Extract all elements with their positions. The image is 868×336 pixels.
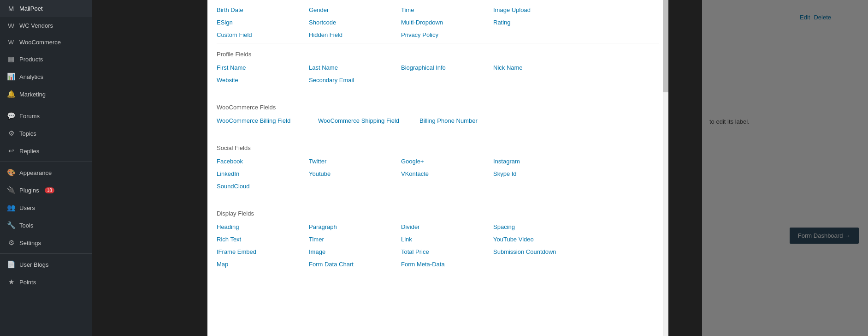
field-wc-shipping[interactable]: WooCommerce Shipping Field — [318, 115, 419, 126]
top-fields-row: Birth Date Gender Time Image Upload ESig… — [217, 0, 659, 43]
section-display: Display Fields Heading Paragraph Divider… — [217, 203, 659, 270]
field-paragraph[interactable]: Paragraph — [309, 222, 401, 232]
sidebar-divider-1 — [0, 105, 92, 105]
topics-icon: ⚙ — [6, 129, 16, 138]
sidebar-item-user-blogs[interactable]: 📄 User Blogs — [0, 256, 92, 273]
sidebar-item-topics[interactable]: ⚙ Topics — [0, 125, 92, 142]
sidebar-item-marketing[interactable]: 🔔 Marketing — [0, 85, 92, 103]
field-picker-modal: Birth Date Gender Time Image Upload ESig… — [207, 0, 668, 336]
appearance-icon: 🎨 — [6, 168, 16, 177]
products-icon: ▦ — [6, 55, 16, 63]
sidebar-divider-3 — [0, 253, 92, 254]
field-total-price[interactable]: Total Price — [401, 246, 493, 257]
sidebar-item-wc-vendors[interactable]: W WC Vendors — [0, 17, 92, 34]
field-vkontacte[interactable]: VKontacte — [401, 168, 493, 179]
sidebar-item-mailpoet[interactable]: M MailPoet — [0, 0, 92, 17]
section-label-profile: Profile Fields — [217, 43, 659, 58]
sidebar-item-replies[interactable]: ↩ Replies — [0, 142, 92, 160]
section-social: Social Fields Facebook Twitter Google+ I… — [217, 137, 659, 192]
field-submission-countdown[interactable]: Submission Countdown — [493, 246, 595, 257]
field-linkedin[interactable]: LinkedIn — [217, 168, 309, 179]
field-nick-name[interactable]: Nick Name — [493, 62, 585, 73]
tools-icon: 🔧 — [6, 221, 16, 229]
field-multi-dropdown[interactable]: Multi-Dropdown — [401, 17, 493, 28]
field-billing-phone[interactable]: Billing Phone Number — [419, 115, 512, 126]
woocommerce-fields-grid: WooCommerce Billing Field WooCommerce Sh… — [217, 115, 659, 126]
sidebar-item-appearance[interactable]: 🎨 Appearance — [0, 164, 92, 181]
field-heading[interactable]: Heading — [217, 222, 309, 232]
field-google-plus[interactable]: Google+ — [401, 156, 493, 167]
users-icon: 👥 — [6, 204, 16, 212]
field-time[interactable]: Time — [401, 5, 493, 15]
field-youtube-video[interactable]: YouTube Video — [493, 234, 585, 245]
field-iframe-embed[interactable]: IFrame Embed — [217, 246, 309, 257]
field-form-meta-data[interactable]: Form Meta-Data — [401, 259, 493, 270]
social-fields-grid: Facebook Twitter Google+ Instagram Linke… — [217, 156, 659, 192]
section-label-woocommerce: WooCommerce Fields — [217, 96, 659, 111]
field-secondary-email[interactable]: Secondary Email — [309, 75, 401, 85]
marketing-icon: 🔔 — [6, 90, 16, 98]
field-youtube[interactable]: Youtube — [309, 168, 401, 179]
field-rich-text[interactable]: Rich Text — [217, 234, 309, 245]
sidebar-item-products[interactable]: ▦ Products — [0, 50, 92, 68]
field-privacy-policy[interactable]: Privacy Policy — [401, 30, 493, 40]
field-image[interactable]: Image — [309, 246, 401, 257]
field-wc-billing[interactable]: WooCommerce Billing Field — [217, 115, 318, 126]
sidebar-item-settings[interactable]: ⚙ Settings — [0, 234, 92, 252]
field-last-name[interactable]: Last Name — [309, 62, 401, 73]
field-rating[interactable]: Rating — [493, 17, 585, 28]
field-shortcode[interactable]: Shortcode — [309, 17, 401, 28]
points-icon: ★ — [6, 278, 16, 286]
field-hidden-field[interactable]: Hidden Field — [309, 30, 401, 40]
sidebar-divider-2 — [0, 162, 92, 162]
field-form-data-chart[interactable]: Form Data Chart — [309, 259, 401, 270]
modal-scroll-area[interactable]: Birth Date Gender Time Image Upload ESig… — [207, 0, 668, 336]
sidebar-item-forums[interactable]: 💬 Forums — [0, 107, 92, 125]
display-fields-grid: Heading Paragraph Divider Spacing Rich T… — [217, 222, 659, 270]
field-spacing[interactable]: Spacing — [493, 222, 585, 232]
field-link[interactable]: Link — [401, 234, 493, 245]
field-twitter[interactable]: Twitter — [309, 156, 401, 167]
analytics-icon: 📊 — [6, 72, 16, 81]
field-instagram[interactable]: Instagram — [493, 156, 585, 167]
sidebar-item-woocommerce[interactable]: W WooCommerce — [0, 34, 92, 50]
field-esign[interactable]: ESign — [217, 17, 309, 28]
forums-icon: 💬 — [6, 112, 16, 120]
field-image-upload[interactable]: Image Upload — [493, 5, 585, 15]
field-website[interactable]: Website — [217, 75, 309, 85]
field-first-name[interactable]: First Name — [217, 62, 309, 73]
field-skype-id[interactable]: Skype Id — [493, 168, 585, 179]
field-facebook[interactable]: Facebook — [217, 156, 309, 167]
settings-icon: ⚙ — [6, 239, 16, 247]
field-custom-field[interactable]: Custom Field — [217, 30, 309, 40]
sidebar-item-points[interactable]: ★ Points — [0, 273, 92, 291]
plugins-icon: 🔌 — [6, 186, 16, 194]
field-biographical-info[interactable]: Biographical Info — [401, 62, 493, 73]
sidebar-item-analytics[interactable]: 📊 Analytics — [0, 68, 92, 85]
mailpoet-icon: M — [6, 5, 16, 12]
field-soundcloud[interactable]: SoundCloud — [217, 181, 309, 192]
section-profile: Profile Fields First Name Last Name Biog… — [217, 43, 659, 85]
wc-vendors-icon: W — [6, 22, 16, 30]
sidebar-item-plugins[interactable]: 🔌 Plugins 18 — [0, 181, 92, 199]
sidebar-item-tools[interactable]: 🔧 Tools — [0, 216, 92, 234]
field-divider[interactable]: Divider — [401, 222, 493, 232]
field-birth-date[interactable]: Birth Date — [217, 5, 309, 15]
section-woocommerce: WooCommerce Fields WooCommerce Billing F… — [217, 96, 659, 126]
section-label-display: Display Fields — [217, 203, 659, 217]
plugins-badge: 18 — [45, 187, 54, 193]
scroll-thumb — [663, 0, 668, 92]
profile-fields-grid: First Name Last Name Biographical Info N… — [217, 62, 659, 85]
replies-icon: ↩ — [6, 147, 16, 155]
user-blogs-icon: 📄 — [6, 260, 16, 269]
scroll-indicator — [663, 0, 668, 336]
woocommerce-icon: W — [6, 39, 16, 46]
field-gender[interactable]: Gender — [309, 5, 401, 15]
main-area: Edit Delete to edit its label. Form Dash… — [92, 0, 868, 336]
field-map[interactable]: Map — [217, 259, 309, 270]
section-label-social: Social Fields — [217, 137, 659, 151]
sidebar: M MailPoet W WC Vendors W WooCommerce ▦ … — [0, 0, 92, 336]
sidebar-item-users[interactable]: 👥 Users — [0, 199, 92, 216]
field-timer[interactable]: Timer — [309, 234, 401, 245]
